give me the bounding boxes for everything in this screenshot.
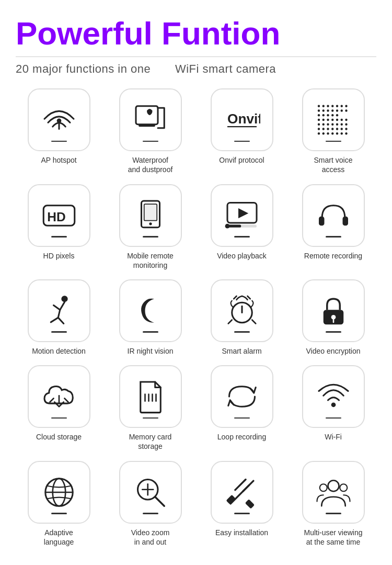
- svg-line-87: [155, 496, 164, 506]
- subtitle: 20 major functions in one WiFi smart cam…: [16, 62, 376, 76]
- svg-point-29: [336, 119, 338, 121]
- svg-line-67: [53, 305, 60, 310]
- icon-box-adaptive-language: [28, 461, 90, 524]
- feature-label-video-encryption: Video encryption: [306, 346, 360, 356]
- svg-point-41: [327, 128, 329, 130]
- feature-label-mobile-remote: Mobile remote monitoring: [127, 251, 174, 270]
- svg-point-37: [340, 123, 342, 126]
- svg-point-14: [322, 110, 324, 112]
- svg-rect-63: [319, 216, 325, 225]
- feature-item-multi-user: Multi-user viewing at the same time: [290, 461, 376, 547]
- svg-text:Onvif: Onvif: [227, 111, 260, 127]
- icon-box-motion-detection: [28, 279, 90, 342]
- icon-box-easy-install: [211, 461, 273, 524]
- feature-item-mobile-remote: Mobile remote monitoring: [107, 184, 193, 270]
- svg-point-23: [331, 114, 333, 116]
- svg-point-82: [331, 403, 336, 408]
- svg-line-70: [58, 318, 64, 323]
- svg-point-30: [340, 119, 342, 121]
- svg-point-46: [317, 132, 319, 134]
- svg-point-12: [345, 105, 347, 107]
- svg-point-49: [331, 132, 333, 134]
- svg-line-92: [235, 479, 245, 490]
- svg-line-66: [60, 302, 64, 310]
- feature-label-smart-voice: Smart voice access: [302, 155, 365, 174]
- features-grid: AP hotspot Waterproof and dustproof Onvi…: [16, 88, 376, 547]
- feature-item-ap-hotspot: AP hotspot: [16, 88, 102, 174]
- svg-point-28: [331, 119, 333, 121]
- icon-box-hd-pixels: HD: [28, 184, 90, 247]
- svg-point-35: [331, 123, 333, 126]
- icon-box-remote-recording: [302, 184, 365, 247]
- svg-line-69: [51, 318, 58, 322]
- svg-text:HD: HD: [47, 209, 65, 223]
- feature-label-remote-recording: Remote recording: [304, 251, 362, 261]
- svg-point-33: [322, 123, 324, 126]
- feature-item-motion-detection: Motion detection: [16, 279, 102, 356]
- svg-point-31: [345, 119, 347, 121]
- svg-point-97: [340, 484, 347, 491]
- svg-point-11: [340, 105, 342, 107]
- feature-item-ir-night: IR night vision: [107, 279, 193, 356]
- feature-item-loop-recording: Loop recording: [199, 365, 285, 451]
- feature-item-remote-recording: Remote recording: [290, 184, 376, 270]
- svg-point-62: [225, 223, 229, 228]
- svg-point-52: [345, 132, 347, 134]
- icon-box-memory-card: [119, 365, 182, 428]
- svg-point-34: [327, 123, 329, 126]
- svg-point-36: [336, 123, 338, 126]
- svg-point-6: [317, 105, 319, 107]
- feature-label-cloud-storage: Cloud storage: [36, 432, 82, 442]
- icon-box-loop-recording: [211, 365, 273, 428]
- feature-label-hd-pixels: HD pixels: [43, 251, 75, 261]
- svg-point-50: [336, 132, 338, 134]
- feature-item-video-encryption: Video encryption: [290, 279, 376, 356]
- svg-line-68: [58, 310, 60, 318]
- svg-rect-64: [342, 216, 348, 225]
- svg-point-45: [345, 128, 347, 130]
- icon-box-onvif: Onvif: [211, 88, 273, 151]
- feature-item-video-playback: Video playback: [199, 184, 285, 270]
- icon-box-smart-alarm: [211, 279, 273, 342]
- feature-item-onvif: Onvif Onvif protocol: [199, 88, 285, 174]
- svg-rect-2: [136, 106, 158, 125]
- feature-label-video-zoom: Video zoom in and out: [131, 528, 170, 547]
- svg-point-51: [340, 132, 342, 134]
- feature-item-memory-card: Memory card storage: [107, 365, 193, 451]
- feature-label-video-playback: Video playback: [217, 251, 267, 261]
- feature-item-wifi: Wi-Fi: [290, 365, 376, 451]
- feature-item-video-zoom: Video zoom in and out: [107, 461, 193, 547]
- svg-point-96: [319, 484, 327, 491]
- svg-point-40: [322, 128, 324, 130]
- svg-point-42: [331, 128, 333, 130]
- svg-point-32: [317, 123, 319, 126]
- feature-label-wifi: Wi-Fi: [325, 432, 342, 442]
- svg-point-26: [322, 119, 324, 121]
- svg-rect-93: [245, 499, 255, 509]
- feature-item-easy-install: Easy installation: [199, 461, 285, 547]
- feature-label-onvif: Onvif protocol: [219, 155, 264, 165]
- feature-label-easy-install: Easy installation: [215, 528, 268, 537]
- feature-item-adaptive-language: Adaptive language: [16, 461, 102, 547]
- feature-label-waterproof: Waterproof and dustproof: [128, 155, 173, 174]
- icon-box-smart-voice: [302, 88, 365, 151]
- icon-box-mobile-remote: [119, 184, 182, 247]
- svg-point-9: [331, 105, 333, 107]
- icon-box-cloud-storage: [28, 365, 90, 428]
- svg-marker-59: [238, 208, 248, 218]
- feature-label-adaptive-language: Adaptive language: [44, 528, 74, 547]
- feature-label-memory-card: Memory card storage: [129, 432, 172, 451]
- svg-point-25: [317, 119, 319, 121]
- feature-label-smart-alarm: Smart alarm: [222, 346, 261, 356]
- svg-point-38: [345, 123, 347, 126]
- svg-point-39: [317, 128, 319, 130]
- subtitle2: WiFi smart camera: [175, 62, 276, 75]
- page-title: Powerful Funtion: [16, 16, 376, 51]
- icon-box-ap-hotspot: [28, 88, 90, 151]
- icon-box-ir-night: [119, 279, 182, 342]
- feature-item-hd-pixels: HD HD pixels: [16, 184, 102, 270]
- feature-label-ap-hotspot: AP hotspot: [41, 155, 76, 165]
- feature-label-multi-user: Multi-user viewing at the same time: [304, 528, 362, 547]
- feature-label-loop-recording: Loop recording: [217, 432, 266, 442]
- svg-point-18: [340, 110, 342, 112]
